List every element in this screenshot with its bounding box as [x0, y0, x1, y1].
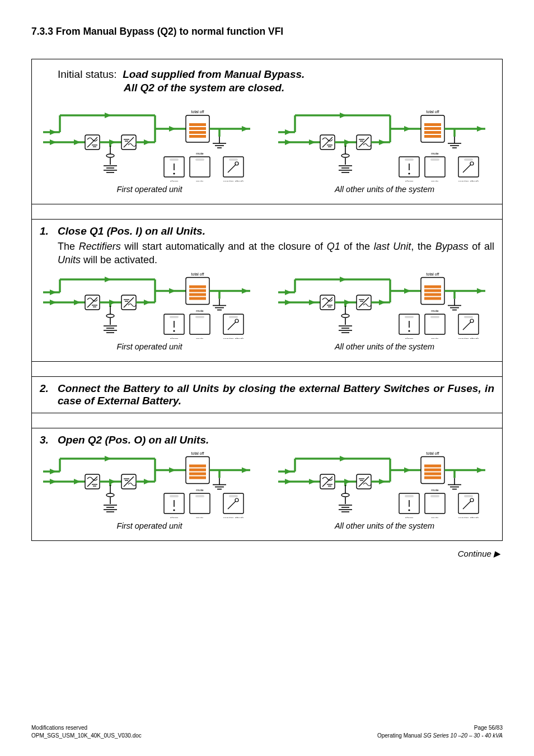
svg-marker-296 [285, 479, 292, 484]
svg-rect-110 [430, 158, 439, 161]
svg-text:mute: mute [431, 488, 439, 492]
svg-marker-121 [50, 290, 57, 295]
svg-rect-233 [464, 316, 473, 318]
svg-text:mute: mute [196, 516, 204, 518]
svg-marker-178 [285, 300, 292, 305]
svg-text:total off: total off [427, 451, 439, 455]
svg-text:✕: ✕ [196, 321, 203, 330]
svg-marker-275 [242, 467, 249, 473]
caption-other-units: All other units of the system [275, 185, 494, 194]
svg-text:alarm: alarm [405, 516, 413, 518]
svg-point-284 [173, 509, 175, 511]
svg-rect-292 [229, 495, 238, 497]
svg-marker-244 [74, 479, 81, 484]
schematic-icon: total off alarm mute✕ mute service check [43, 272, 256, 339]
svg-rect-214 [424, 297, 441, 300]
continue-indicator: Continue ▶ [31, 549, 503, 559]
svg-text:mute: mute [431, 152, 439, 155]
step-1-block: 1. Close Q1 (Pos. I) on all Units. The R… [32, 220, 502, 362]
svg-point-200 [341, 314, 349, 318]
procedure-box: Initial status: Load supplied from Manua… [31, 59, 503, 541]
svg-rect-93 [424, 123, 441, 126]
svg-text:total off: total off [427, 110, 439, 114]
svg-point-48 [173, 172, 175, 174]
diagram-first-unit: total off alarm mute✕ mute service check… [40, 451, 259, 530]
svg-text:mute: mute [196, 180, 204, 181]
svg-marker-326 [404, 467, 411, 473]
svg-marker-237 [50, 479, 57, 484]
step-body: Close Q1 (Pos. I) on all Units. The Rect… [58, 225, 494, 267]
svg-text:mute: mute [431, 516, 439, 518]
schematic-icon: total off alarm mute✕ mute service check [278, 451, 491, 518]
svg-rect-35 [189, 127, 206, 130]
svg-point-23 [106, 154, 114, 157]
svg-rect-56 [229, 158, 238, 161]
initial-status-line1: Initial status: Load supplied from Manua… [58, 68, 494, 81]
svg-marker-303 [309, 479, 316, 484]
step-3-block: 3. Open Q2 (Pos. O) on all Units. total … [32, 428, 502, 540]
svg-text:alarm: alarm [405, 180, 413, 181]
svg-rect-96 [424, 135, 441, 138]
svg-text:total off: total off [427, 272, 439, 276]
footer-right-2: Operating Manual SG Series 10 –20 – 30 -… [377, 732, 503, 740]
diagram-other-units: total off alarm mute✕ mute service check… [275, 103, 494, 194]
svg-rect-270 [189, 464, 206, 467]
svg-marker-301 [340, 456, 346, 461]
svg-marker-216 [477, 288, 484, 293]
footer-left-2: OPM_SGS_USM_10K_40K_0US_V030.doc [31, 732, 142, 740]
step-title: Close Q1 (Pos. I) on all Units. [58, 225, 494, 237]
svg-marker-60 [285, 139, 292, 145]
svg-rect-105 [405, 158, 414, 161]
svg-text:service check: service check [458, 180, 479, 181]
schematic-icon: total off alarm mute✕ mute service check [43, 103, 256, 181]
svg-text:mute: mute [431, 337, 439, 339]
svg-point-343 [408, 509, 410, 511]
svg-marker-298 [285, 469, 292, 474]
step-number: 3. [40, 434, 51, 446]
svg-rect-271 [189, 468, 206, 471]
svg-marker-334 [477, 467, 484, 473]
step-body: Connect the Battery to all Units by clos… [58, 382, 494, 407]
svg-point-318 [341, 493, 349, 497]
svg-rect-332 [424, 476, 441, 479]
schematic-icon: total off alarm mute✕ mute service check [278, 272, 491, 339]
svg-marker-126 [74, 300, 81, 305]
svg-text:alarm: alarm [170, 180, 178, 181]
initial-status-block: Initial status: Load supplied from Manua… [32, 59, 502, 204]
caption-first-unit: First operated unit [40, 342, 259, 351]
schematic-icon: total off alarm mute✕ mute service check [43, 451, 256, 518]
svg-marker-124 [105, 277, 111, 282]
svg-rect-330 [424, 468, 441, 471]
svg-marker-138 [144, 300, 151, 305]
page-footer: Modifications reserved OPM_SGS_USM_10K_4… [31, 724, 503, 739]
svg-text:total off: total off [191, 272, 204, 276]
svg-rect-282 [170, 495, 179, 497]
svg-text:mute: mute [196, 309, 204, 312]
svg-marker-20 [144, 139, 151, 145]
svg-marker-149 [169, 288, 176, 293]
spacer [32, 362, 502, 377]
svg-marker-239 [50, 469, 57, 474]
diagram-first-unit: total off alarm mute✕ mute service check… [40, 103, 259, 194]
svg-rect-115 [464, 158, 473, 161]
svg-rect-341 [405, 495, 414, 497]
initial-bold1: Load supplied from Manual Bypass. [123, 68, 305, 80]
spacer [32, 204, 502, 220]
step-2-block: 2. Connect the Battery to all Units by c… [32, 377, 502, 413]
svg-marker-242 [105, 456, 111, 461]
svg-marker-267 [169, 467, 176, 473]
svg-point-107 [408, 172, 410, 174]
section-heading: 7.3.3 From Manual Bypass (Q2) to normal … [31, 26, 503, 38]
step-title: Connect the Battery to all Units by clos… [58, 382, 494, 407]
svg-marker-79 [379, 139, 386, 145]
svg-point-259 [106, 493, 114, 497]
caption-first-unit: First operated unit [40, 185, 259, 194]
svg-rect-169 [195, 316, 204, 318]
svg-rect-213 [424, 293, 441, 296]
svg-text:✕: ✕ [432, 164, 438, 173]
svg-rect-211 [424, 285, 441, 288]
step-desc: The Rectifiers will start automatically … [58, 240, 494, 267]
svg-rect-351 [464, 495, 473, 497]
schematic-icon: total off alarm mute✕ mute service check [278, 103, 491, 181]
svg-text:total off: total off [191, 451, 204, 455]
